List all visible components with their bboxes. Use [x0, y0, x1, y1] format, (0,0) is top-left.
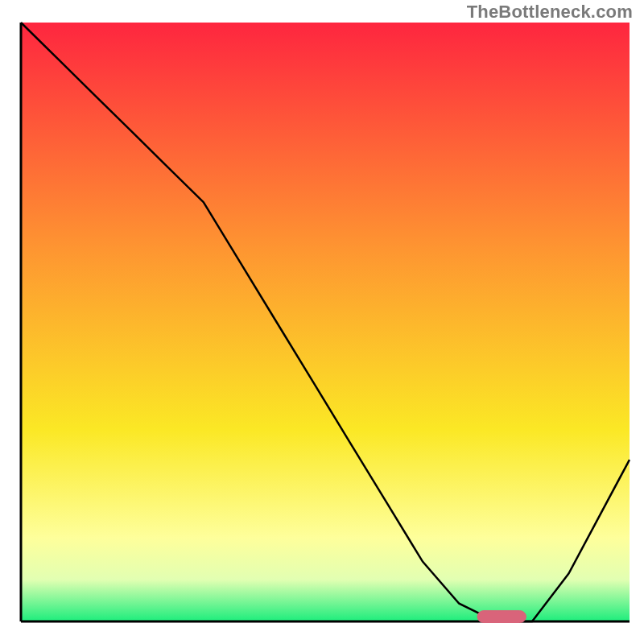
bottleneck-chart — [0, 0, 644, 644]
optimal-marker — [477, 611, 526, 623]
